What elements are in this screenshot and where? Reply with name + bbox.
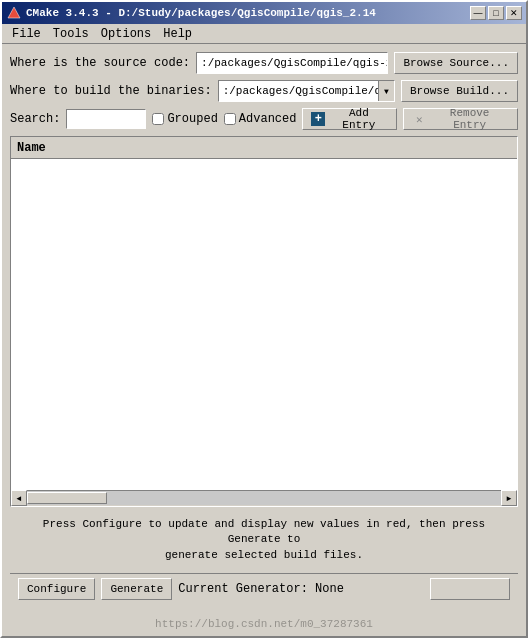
source-path-text: :/packages/QgisCompile/qgis-2.14.16 <box>201 57 388 69</box>
minimize-button[interactable]: — <box>470 6 486 20</box>
grouped-label: Grouped <box>167 112 217 126</box>
name-column-header: Name <box>17 141 46 155</box>
scrollbar-thumb[interactable] <box>27 492 107 504</box>
x-icon: ✕ <box>412 112 426 126</box>
build-row: Where to build the binaries: :/packages/… <box>10 80 518 102</box>
scroll-left-button[interactable]: ◄ <box>11 490 27 506</box>
advanced-label: Advanced <box>239 112 297 126</box>
build-label: Where to build the binaries: <box>10 84 212 98</box>
maximize-button[interactable]: □ <box>488 6 504 20</box>
status-line2: generate selected build files. <box>165 549 363 561</box>
menu-file[interactable]: File <box>6 25 47 43</box>
grouped-checkbox-group: Grouped <box>152 112 217 126</box>
menu-help[interactable]: Help <box>157 25 198 43</box>
table-body[interactable] <box>11 159 517 490</box>
remove-entry-label: Remove Entry <box>430 107 509 131</box>
source-label: Where is the source code: <box>10 56 190 70</box>
status-line1: Press Configure to update and display ne… <box>43 518 485 545</box>
watermark: https://blog.csdn.net/m0_37287361 <box>2 612 526 636</box>
watermark-text: https://blog.csdn.net/m0_37287361 <box>155 618 373 630</box>
search-input[interactable] <box>66 109 146 129</box>
build-path-dropdown[interactable]: ▼ <box>378 81 394 101</box>
bottom-bar: Configure Generate Current Generator: No… <box>10 573 518 604</box>
main-content: Where is the source code: :/packages/Qgi… <box>2 44 526 612</box>
browse-build-button[interactable]: Browse Build... <box>401 80 518 102</box>
menu-options[interactable]: Options <box>95 25 157 43</box>
horizontal-scrollbar[interactable]: ◄ ► <box>11 490 517 506</box>
scrollbar-track[interactable] <box>27 491 501 505</box>
search-row: Search: Grouped Advanced + Add Entry ✕ R… <box>10 108 518 130</box>
disabled-button <box>430 578 510 600</box>
add-entry-button[interactable]: + Add Entry <box>302 108 397 130</box>
title-bar-buttons: — □ ✕ <box>470 6 522 20</box>
browse-source-button[interactable]: Browse Source... <box>394 52 518 74</box>
advanced-checkbox[interactable] <box>224 113 236 125</box>
menu-bar: File Tools Options Help <box>2 24 526 44</box>
table-header: Name <box>11 137 517 159</box>
source-path-display: :/packages/QgisCompile/qgis-2.14.16 <box>196 52 388 74</box>
source-row: Where is the source code: :/packages/Qgi… <box>10 52 518 74</box>
close-button[interactable]: ✕ <box>506 6 522 20</box>
build-path-display: :/packages/QgisCompile/qgis_2.14 ▼ <box>218 80 395 102</box>
configure-button[interactable]: Configure <box>18 578 95 600</box>
grouped-checkbox[interactable] <box>152 113 164 125</box>
build-path-text: :/packages/QgisCompile/qgis_2.14 <box>219 83 378 99</box>
svg-marker-0 <box>8 7 20 18</box>
entries-table: Name ◄ ► <box>10 136 518 507</box>
title-bar: CMake 3.4.3 - D:/Study/packages/QgisComp… <box>2 2 526 24</box>
advanced-checkbox-group: Advanced <box>224 112 297 126</box>
add-entry-label: Add Entry <box>329 107 388 131</box>
title-text: CMake 3.4.3 - D:/Study/packages/QgisComp… <box>26 7 376 19</box>
generator-text: Current Generator: None <box>178 582 424 596</box>
plus-icon: + <box>311 112 325 126</box>
status-text: Press Configure to update and display ne… <box>10 513 518 567</box>
cmake-icon <box>6 5 22 21</box>
search-label: Search: <box>10 112 60 126</box>
remove-entry-button[interactable]: ✕ Remove Entry <box>403 108 518 130</box>
scroll-right-button[interactable]: ► <box>501 490 517 506</box>
menu-tools[interactable]: Tools <box>47 25 95 43</box>
title-bar-left: CMake 3.4.3 - D:/Study/packages/QgisComp… <box>6 5 376 21</box>
main-window: CMake 3.4.3 - D:/Study/packages/QgisComp… <box>0 0 528 638</box>
generate-button[interactable]: Generate <box>101 578 172 600</box>
